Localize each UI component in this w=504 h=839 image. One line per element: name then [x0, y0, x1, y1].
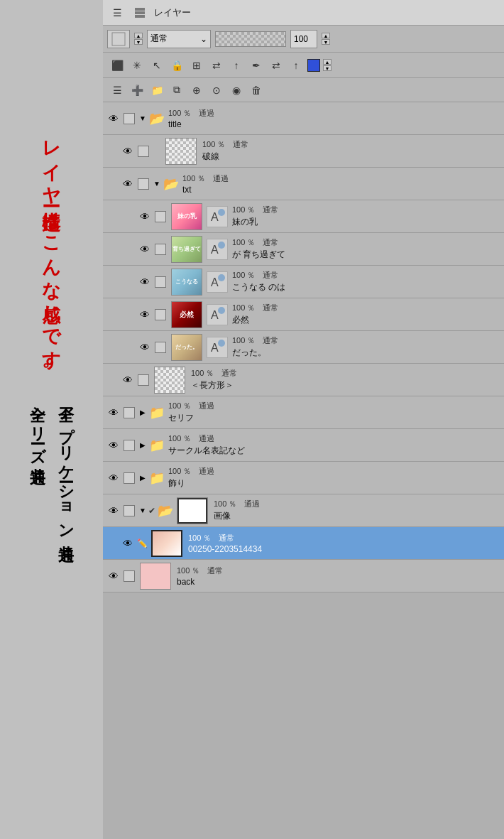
rotate-icon[interactable]: ✳: [128, 57, 146, 74]
arrows-icon[interactable]: ⇄: [208, 57, 225, 74]
layer-row[interactable]: 👁 必然 A 100 ％ 通常 必然: [103, 298, 504, 331]
cursor-icon[interactable]: ↖: [148, 57, 165, 74]
eye-icon[interactable]: 👁: [120, 372, 136, 388]
expand-arrow[interactable]: ▼: [137, 505, 148, 516]
expand-arrow[interactable]: ▼: [151, 178, 163, 190]
grid-icon[interactable]: ⊞: [188, 57, 205, 74]
layer-checkbox[interactable]: [138, 178, 149, 190]
layer-checkbox[interactable]: [155, 309, 166, 320]
color-swatch-icon[interactable]: [307, 59, 320, 72]
eye-icon[interactable]: 👁: [120, 536, 136, 551]
toolbar-row3: ☰ ➕ 📁 ⧉ ⊕ ⊙ ◉ 🗑: [103, 78, 504, 102]
duplicate-icon[interactable]: ⧉: [168, 82, 185, 99]
layer-thumbnail: 妹の乳: [171, 203, 202, 230]
layer-checkbox[interactable]: [124, 472, 135, 484]
layer-opacity-mode: 100 ％ 通過: [168, 466, 501, 477]
layer-info: 100 ％ 通常 破線: [202, 139, 501, 163]
layer-row[interactable]: 👁 ▼ 📂 100 ％ 通過 txt: [103, 168, 504, 200]
layer-row[interactable]: 👁 ▼ 📂 100 ％ 通過 title: [103, 102, 504, 135]
svg-point-6: [218, 209, 225, 216]
layer-info: 100 ％ 通過 セリフ: [168, 401, 501, 424]
eye-icon[interactable]: 👁: [106, 568, 121, 584]
eye-icon[interactable]: 👁: [106, 503, 121, 519]
eye-icon[interactable]: 👁: [106, 111, 121, 126]
layer-row[interactable]: 👁 妹の乳 A 100 ％ 通常 妹の乳: [103, 200, 504, 233]
layer-checkbox[interactable]: [155, 276, 166, 288]
up-arrow-icon[interactable]: ↑: [228, 57, 245, 74]
eye-icon[interactable]: 👁: [137, 209, 153, 224]
add-folder-icon[interactable]: 📁: [148, 82, 165, 99]
pen-icon[interactable]: ✒: [248, 57, 265, 74]
layer-checkbox[interactable]: [124, 113, 135, 124]
layer-row[interactable]: 👁 100 ％ 通常 back: [103, 560, 504, 592]
panel-title: レイヤー: [154, 6, 191, 19]
layer-row[interactable]: 👁 ▶ 📁 100 ％ 通過 サークル名表記など: [103, 429, 504, 462]
text-layer-icon: A: [207, 206, 228, 227]
svg-point-14: [218, 340, 225, 347]
blend-mode-select[interactable]: 通常 ⌄: [147, 30, 211, 48]
layer-info: 100 ％ 通過 txt: [182, 173, 501, 195]
svg-rect-3: [111, 31, 126, 47]
add-layer-icon[interactable]: ➕: [128, 82, 146, 99]
expand-arrow[interactable]: ▶: [137, 472, 148, 484]
list-icon[interactable]: ☰: [109, 82, 126, 99]
layer-name: が 育ち過ぎて: [232, 249, 501, 261]
svg-text:A: A: [211, 309, 219, 321]
svg-rect-1: [135, 11, 145, 14]
layer-row[interactable]: 👁 育ち過ぎて A 100 ％ 通常 が 育ち過ぎて: [103, 233, 504, 266]
layer-name: title: [168, 119, 501, 129]
layers-icon[interactable]: [131, 4, 148, 21]
eye-icon[interactable]: 👁: [137, 340, 153, 355]
opacity-value[interactable]: 100: [290, 30, 317, 48]
arrows2-icon[interactable]: ⇄: [268, 57, 285, 74]
eye-icon[interactable]: 👁: [120, 176, 136, 192]
layer-checkbox[interactable]: [155, 211, 166, 222]
layer-preview-arrows[interactable]: ▲ ▼: [134, 33, 143, 45]
eye-icon[interactable]: 👁: [137, 242, 153, 257]
eye-icon[interactable]: 👁: [137, 307, 153, 323]
layer-row[interactable]: 👁 ✏️ 100 ％ 通常 00250-2203514434: [103, 527, 504, 560]
layer-checkbox[interactable]: [124, 440, 135, 451]
layer-info: 100 ％ 通過 画像: [214, 499, 501, 522]
eye-icon[interactable]: 👁: [106, 470, 121, 486]
hamburger-icon[interactable]: ☰: [109, 4, 126, 21]
opacity-preview: [215, 31, 286, 47]
layer-checkbox[interactable]: [124, 505, 135, 516]
eye-icon[interactable]: 👁: [137, 274, 153, 290]
layer-row[interactable]: 👁 ▶ 📁 100 ％ 通過 セリフ: [103, 396, 504, 429]
layer-name: back: [177, 577, 501, 587]
layer-checkbox[interactable]: [138, 146, 149, 157]
layer-checkbox[interactable]: [155, 342, 166, 353]
layer-row[interactable]: 👁 100 ％ 通常 ＜長方形＞: [103, 364, 504, 396]
expand-arrow[interactable]: ▼: [137, 113, 148, 124]
expand-arrow[interactable]: ▶: [137, 440, 148, 451]
layer-checkbox[interactable]: [155, 244, 166, 255]
layer-info: 100 ％ 通常 00250-2203514434: [188, 533, 501, 554]
sidebar: レイヤー構造はこんな感じです。 全シリーズ共通 全アプリケーション共通: [0, 0, 103, 839]
expand-arrow[interactable]: ▶: [137, 407, 148, 418]
copy-icon[interactable]: ⊕: [188, 82, 205, 99]
circle-icon[interactable]: ◉: [228, 82, 245, 99]
layer-info: 100 ％ 通常 必然: [232, 303, 501, 326]
svg-point-10: [218, 274, 225, 281]
layer-row[interactable]: 👁 こうなる A 100 ％ 通常 こうなる のは: [103, 266, 504, 298]
layer-checkbox[interactable]: [138, 374, 149, 386]
layer-row[interactable]: 👁 ▼ ✔ 📂 100 ％ 通過 画像: [103, 494, 504, 527]
transform-icon[interactable]: ⬛: [109, 57, 126, 74]
delete-icon[interactable]: 🗑: [248, 82, 265, 99]
layer-row[interactable]: 👁 ▶ 📁 100 ％ 通過 飾り: [103, 462, 504, 494]
layer-info: 100 ％ 通常 ＜長方形＞: [191, 368, 501, 391]
color-arrows[interactable]: ▲ ▼: [323, 59, 332, 71]
lock-icon[interactable]: 🔒: [168, 57, 185, 74]
layer-row[interactable]: 👁 100 ％ 通常 破線: [103, 135, 504, 168]
eye-icon[interactable]: 👁: [106, 405, 121, 421]
layer-checkbox[interactable]: [124, 570, 135, 582]
eye-icon[interactable]: 👁: [106, 438, 121, 453]
layer-checkbox[interactable]: [124, 407, 135, 418]
up2-arrow-icon[interactable]: ↑: [287, 57, 305, 74]
eye-icon[interactable]: 👁: [120, 144, 136, 159]
opacity-arrows[interactable]: ▲ ▼: [322, 33, 330, 45]
layer-opacity-mode: 100 ％ 通過: [182, 173, 501, 184]
layer-row[interactable]: 👁 だった。 A 100 ％ 通常 だった。: [103, 331, 504, 364]
merge-icon[interactable]: ⊙: [208, 82, 225, 99]
